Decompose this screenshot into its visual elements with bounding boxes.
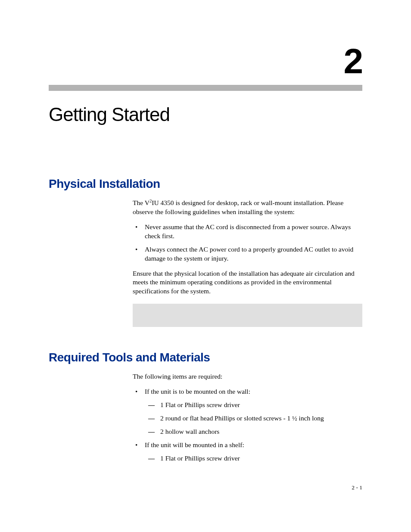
intro-text-post: IU 4350 is designed for desktop, rack or… (133, 199, 343, 215)
list-item: Always connect the AC power cord to a pr… (133, 245, 362, 263)
physical-intro-paragraph: The V2IU 4350 is designed for desktop, r… (133, 199, 362, 217)
section-heading-required-tools: Required Tools and Materials (49, 351, 362, 364)
sub-list-item: 2 round or flat head Phillips or slotted… (145, 414, 362, 423)
physical-bullet-list: Never assume that the AC cord is disconn… (133, 223, 362, 263)
list-item: If the unit is to be mounted on the wall… (133, 387, 362, 436)
list-item: If the unit will be mounted in a shelf: … (133, 441, 362, 463)
page-number: 2 - 1 (352, 484, 362, 491)
list-item-label: If the unit will be mounted in a shelf: (145, 441, 244, 448)
section-heading-physical-installation: Physical Installation (49, 177, 362, 191)
sub-list-item: 2 hollow wall anchors (145, 427, 362, 436)
chapter-title: Getting Started (49, 104, 362, 125)
tools-intro-paragraph: The following items are required: (133, 372, 362, 381)
sub-list-item: 1 Flat or Phillips screw driver (145, 401, 362, 410)
list-item-label: If the unit is to be mounted on the wall… (145, 388, 250, 395)
page-content: 2 Getting Started Physical Installation … (0, 0, 411, 463)
sub-list-item: 1 Flat or Phillips screw driver (145, 454, 362, 463)
intro-text-pre: The V (133, 199, 149, 206)
sub-list: 1 Flat or Phillips screw driver (145, 454, 362, 463)
horizontal-rule-bar (49, 85, 362, 91)
physical-closing-paragraph: Ensure that the physical location of the… (133, 269, 362, 296)
chapter-number: 2 (49, 41, 362, 81)
list-item: Never assume that the AC cord is disconn… (133, 223, 362, 241)
sub-list: 1 Flat or Phillips screw driver 2 round … (145, 401, 362, 436)
note-placeholder-box (133, 304, 362, 327)
tools-bullet-list: If the unit is to be mounted on the wall… (133, 387, 362, 463)
